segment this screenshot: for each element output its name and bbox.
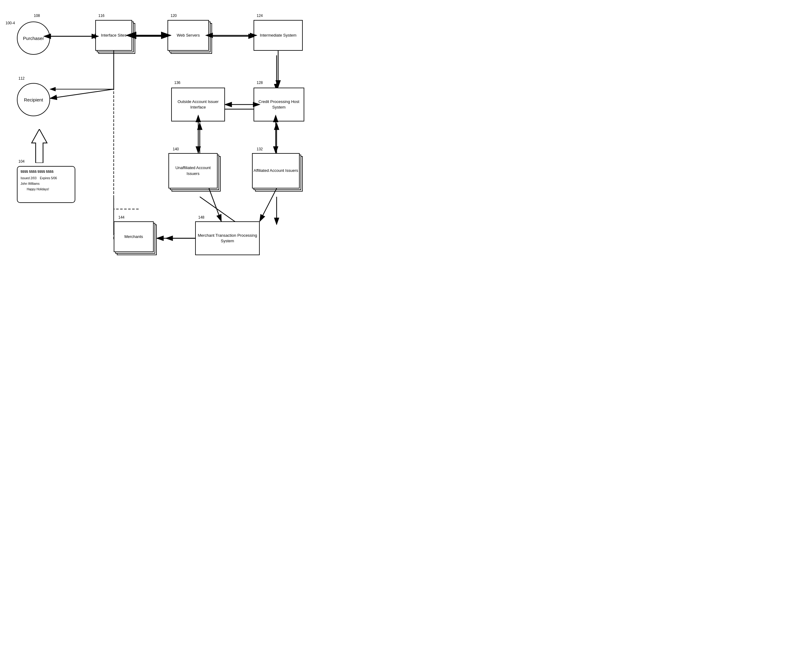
ref-132: 132 bbox=[257, 147, 263, 151]
ref-112: 112 bbox=[19, 76, 25, 81]
purchaser-node: Purchaser bbox=[17, 22, 50, 55]
recipient-node: Recipient bbox=[17, 83, 50, 116]
up-arrow bbox=[30, 129, 48, 164]
card-node: 5555 5555 5555 5555 Issued 2/03 Expires … bbox=[17, 166, 75, 203]
interface-sites-node: Interface Sites bbox=[95, 20, 135, 55]
merchants-node: Merchants bbox=[114, 221, 158, 257]
ref-104: 104 bbox=[19, 159, 25, 163]
affiliated-issuers-node: Affiliated Account Issuers bbox=[252, 153, 304, 195]
card-number: 5555 5555 5555 5555 bbox=[20, 169, 72, 174]
intermediate-system-node: Intermediate System bbox=[254, 20, 303, 51]
svg-marker-16 bbox=[32, 129, 47, 163]
ref-124: 124 bbox=[257, 14, 263, 18]
ref-144: 144 bbox=[118, 215, 124, 220]
ref-136: 136 bbox=[174, 81, 180, 85]
web-servers-node: Web Servers bbox=[168, 20, 212, 55]
ref-148: 148 bbox=[198, 215, 204, 220]
merchant-transaction-node: Merchant Transaction Processing System bbox=[195, 221, 260, 255]
card-name: John Williams bbox=[20, 181, 72, 186]
ref-120: 120 bbox=[171, 14, 177, 18]
ref-128: 128 bbox=[257, 81, 263, 85]
ref-108: 108 bbox=[34, 14, 40, 18]
outside-account-node: Outside Account Issuer Interface bbox=[171, 88, 225, 121]
card-issued-expires: Issued 2/03 Expires 5/06 bbox=[20, 176, 72, 181]
unaffiliated-issuers-node: Unaffiliated Account Issuers bbox=[168, 153, 222, 195]
ref-116: 116 bbox=[98, 14, 104, 18]
card-message: Happy Holidays! bbox=[20, 187, 72, 192]
ref-100-4: 100-4 bbox=[6, 21, 15, 25]
ref-140: 140 bbox=[173, 147, 179, 151]
credit-processing-node: Credit Processing Host System bbox=[254, 88, 304, 121]
diagram-container: 100-4 108 Purchaser 112 Recipient 104 55… bbox=[0, 0, 406, 328]
